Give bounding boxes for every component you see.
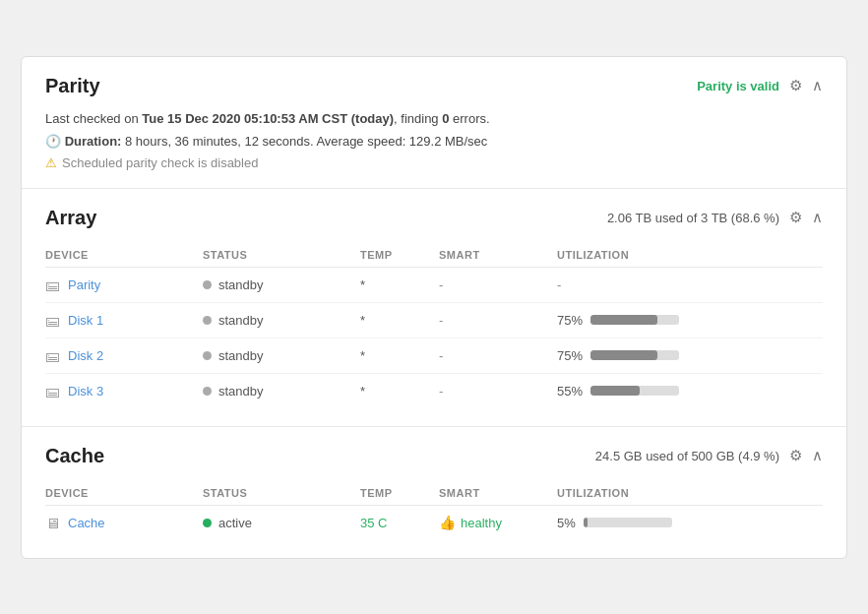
- array-title: Array: [45, 207, 96, 229]
- array-section: Array 2.06 TB used of 3 TB (68.6 %) ⚙ ∧ …: [22, 189, 846, 427]
- smart-cell: -: [439, 313, 557, 328]
- parity-header: Parity Parity is valid ⚙ ∧: [45, 75, 823, 97]
- status-text: active: [218, 516, 252, 530]
- smart-healthy-text: healthy: [461, 516, 502, 530]
- status-cell: standby: [203, 313, 360, 328]
- table-row: 🖥Cacheactive35 C👍healthy5%: [45, 506, 823, 540]
- cache-section: Cache 24.5 GB used of 500 GB (4.9 %) ⚙ ∧…: [22, 427, 846, 558]
- util-bar-fill: [590, 315, 657, 325]
- parity-gear-icon[interactable]: ⚙: [789, 77, 802, 94]
- last-checked-date: Tue 15 Dec 2020 05:10:53 AM CST (today): [142, 111, 394, 126]
- util-bar-bg: [590, 386, 679, 396]
- util-bar-bg: [584, 518, 672, 527]
- cache-right: 24.5 GB used of 500 GB (4.9 %) ⚙ ∧: [595, 447, 823, 464]
- parity-caret-icon[interactable]: ∧: [812, 77, 823, 94]
- cache-title: Cache: [45, 445, 104, 467]
- cache-gear-icon[interactable]: ⚙: [789, 447, 802, 464]
- temp-cell: *: [360, 277, 439, 292]
- util-bar-bg: [590, 350, 679, 360]
- parity-duration: 🕐 Duration: 8 hours, 36 minutes, 12 seco…: [45, 132, 823, 152]
- col-temp: TEMP: [360, 249, 439, 261]
- array-right: 2.06 TB used of 3 TB (68.6 %) ⚙ ∧: [607, 209, 823, 226]
- device-cell: 🖴Disk 3: [45, 383, 203, 399]
- warning-icon: ⚠: [45, 155, 57, 170]
- cache-disk-icon: 🖥: [45, 515, 60, 531]
- device-link[interactable]: Disk 1: [68, 313, 103, 328]
- array-rows: 🖴Paritystandby*--🖴Disk 1standby*-75%🖴Dis…: [45, 268, 823, 408]
- smart-cell: 👍healthy: [439, 515, 557, 530]
- device-link[interactable]: Parity: [68, 277, 100, 292]
- thumbs-up-icon: 👍: [439, 515, 456, 530]
- finding-text: , finding: [394, 111, 442, 126]
- status-dot: [203, 351, 212, 360]
- duration-label: Duration:: [65, 134, 122, 149]
- temp-cell: *: [360, 313, 439, 328]
- util-label: 5%: [557, 516, 576, 530]
- table-row: 🖴Disk 3standby*-55%: [45, 374, 823, 408]
- smart-cell: -: [439, 384, 557, 399]
- util-bar-bg: [590, 315, 679, 325]
- last-checked-prefix: Last checked on: [45, 111, 142, 126]
- table-row: 🖴Disk 1standby*-75%: [45, 303, 823, 338]
- array-summary: 2.06 TB used of 3 TB (68.6 %): [607, 211, 779, 225]
- cache-col-smart: SMART: [439, 487, 557, 499]
- array-header: Array 2.06 TB used of 3 TB (68.6 %) ⚙ ∧: [45, 207, 823, 229]
- parity-section: Parity Parity is valid ⚙ ∧ Last checked …: [22, 57, 846, 189]
- disk-icon: 🖴: [45, 276, 60, 293]
- array-gear-icon[interactable]: ⚙: [789, 209, 802, 226]
- status-text: standby: [218, 313, 264, 328]
- device-link[interactable]: Cache: [68, 516, 105, 530]
- disk-icon: 🖴: [45, 347, 60, 364]
- device-link[interactable]: Disk 2: [68, 348, 103, 363]
- util-cell: 5%: [557, 516, 823, 530]
- status-dot: [203, 280, 212, 289]
- device-link[interactable]: Disk 3: [68, 384, 103, 399]
- util-bar-fill: [590, 386, 640, 396]
- col-smart: SMART: [439, 249, 557, 261]
- parity-last-checked: Last checked on Tue 15 Dec 2020 05:10:53…: [45, 109, 823, 129]
- disk-icon: 🖴: [45, 312, 60, 329]
- cache-col-device: DEVICE: [45, 487, 203, 499]
- cache-col-temp: TEMP: [360, 487, 439, 499]
- device-cell: 🖴Parity: [45, 276, 203, 293]
- status-cell: standby: [203, 277, 360, 292]
- status-cell: active: [203, 516, 360, 530]
- duration-value: 8 hours, 36 minutes, 12 seconds. Average…: [121, 134, 487, 149]
- smart-cell: -: [439, 348, 557, 363]
- device-cell: 🖴Disk 2: [45, 347, 203, 364]
- cache-col-status: STATUS: [203, 487, 360, 499]
- parity-warning: ⚠ Scheduled parity check is disabled: [45, 155, 823, 170]
- status-cell: standby: [203, 348, 360, 363]
- util-dash: -: [557, 277, 561, 292]
- parity-right: Parity is valid ⚙ ∧: [697, 77, 823, 94]
- cache-caret-icon[interactable]: ∧: [812, 447, 823, 464]
- status-dot: [203, 316, 212, 325]
- status-text: standby: [218, 348, 264, 363]
- parity-title: Parity: [45, 75, 100, 97]
- device-cell: 🖴Disk 1: [45, 312, 203, 329]
- status-dot: [203, 519, 212, 527]
- device-cell: 🖥Cache: [45, 515, 203, 531]
- smart-cell: -: [439, 277, 557, 292]
- errors-suffix: errors.: [449, 111, 489, 126]
- util-bar-fill: [590, 350, 657, 360]
- warning-text: Scheduled parity check is disabled: [62, 155, 258, 170]
- main-card: Parity Parity is valid ⚙ ∧ Last checked …: [21, 56, 847, 559]
- util-bar-fill: [584, 518, 589, 527]
- disk-icon: 🖴: [45, 383, 60, 399]
- table-row: 🖴Disk 2standby*-75%: [45, 338, 823, 374]
- array-table-header: DEVICE STATUS TEMP SMART UTILIZATION: [45, 241, 823, 268]
- util-label: 75%: [557, 348, 583, 363]
- util-cell: 75%: [557, 313, 823, 328]
- util-cell: -: [557, 277, 823, 292]
- clock-icon: 🕐: [45, 134, 61, 149]
- util-label: 55%: [557, 384, 583, 399]
- util-cell: 75%: [557, 348, 823, 363]
- status-text: standby: [218, 384, 264, 399]
- cache-summary: 24.5 GB used of 500 GB (4.9 %): [595, 449, 779, 463]
- cache-header: Cache 24.5 GB used of 500 GB (4.9 %) ⚙ ∧: [45, 445, 823, 467]
- util-cell: 55%: [557, 384, 823, 399]
- cache-col-util: UTILIZATION: [557, 487, 823, 499]
- array-caret-icon[interactable]: ∧: [812, 209, 823, 226]
- util-label: 75%: [557, 313, 583, 328]
